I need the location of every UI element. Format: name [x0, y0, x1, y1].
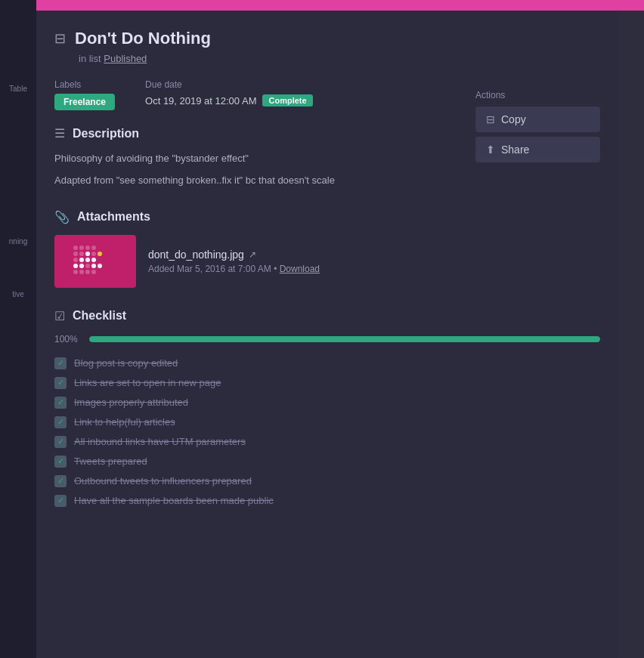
svg-point-5: [73, 252, 78, 256]
svg-point-4: [91, 246, 96, 250]
checklist-icon: ☑: [54, 309, 65, 323]
freelance-badge[interactable]: Freelance: [54, 94, 115, 110]
svg-point-29: [98, 252, 102, 256]
description-line-2: Adapted from "see something broken..fix …: [54, 173, 449, 189]
svg-point-6: [79, 252, 84, 256]
copy-button[interactable]: ⊟ Copy: [475, 107, 600, 132]
checklist-checkbox[interactable]: ✓: [54, 436, 67, 448]
paperclip-icon: 📎: [54, 210, 70, 224]
thumb-pattern: [54, 235, 136, 288]
attachment-added: Added Mar 5, 2016 at 7:00 AM: [148, 264, 271, 274]
checklist-item-text: Tweets prepared: [74, 456, 147, 467]
modal: ⊟ Don't Do Nothing in list Published Lab…: [36, 11, 618, 658]
attachment-meta: Added Mar 5, 2016 at 7:00 AM • Download: [148, 264, 600, 274]
checklist-item[interactable]: ✓Link to help(ful) articles: [54, 412, 600, 432]
svg-point-9: [73, 258, 78, 262]
svg-point-22: [79, 258, 84, 262]
svg-point-3: [85, 246, 90, 250]
due-date-label: Due date: [145, 79, 313, 90]
checklist-item-text: All inbound links have UTM parameters: [74, 436, 246, 447]
checklist-checkbox[interactable]: ✓: [54, 377, 67, 389]
attachments-header: 📎 Attachments: [54, 210, 600, 224]
checklist-checkbox[interactable]: ✓: [54, 357, 67, 369]
checklist-section: ☑ Checklist 100% ✓Blog post is copy edit…: [54, 309, 600, 511]
svg-point-17: [73, 270, 78, 274]
checklist-item[interactable]: ✓Tweets prepared: [54, 452, 600, 471]
checklist-item-text: Outbound tweets to influencers prepared: [74, 475, 252, 487]
actions-label: Actions: [475, 90, 600, 100]
due-date-row: Oct 19, 2019 at 12:00 AM Complete: [145, 94, 313, 107]
share-label: Share: [501, 144, 529, 156]
attachment-card: dont_do_nothing.jpg ↗ Added Mar 5, 2016 …: [54, 235, 600, 288]
checklist-item-text: Link to help(ful) articles: [74, 416, 175, 428]
description-title: Description: [73, 127, 139, 141]
labels-col: Labels Freelance: [54, 79, 115, 108]
copy-icon: ⊟: [486, 113, 495, 125]
actions-panel: Actions ⊟ Copy ⬆ Share: [475, 90, 600, 167]
description-line-1: Philosophy of avoiding the "bystander ef…: [54, 151, 449, 167]
checklist-item-text: Links are set to open in new page: [74, 377, 221, 388]
svg-point-27: [91, 264, 96, 268]
svg-point-20: [91, 270, 96, 274]
checklist-header: ☑ Checklist: [54, 309, 600, 323]
checklist-progress-row: 100%: [54, 334, 600, 344]
sidebar-item-table[interactable]: Table: [0, 82, 36, 96]
sidebar-item-tive[interactable]: tive: [0, 287, 36, 301]
in-list-row: in list Published: [79, 53, 600, 64]
checklist-item-text: Have all the sample boards been made pub…: [74, 495, 274, 506]
complete-badge: Complete: [262, 94, 312, 107]
check-mark-icon: ✓: [57, 397, 64, 407]
checklist-item[interactable]: ✓All inbound links have UTM parameters: [54, 432, 600, 452]
checklist-item[interactable]: ✓Blog post is copy edited: [54, 354, 600, 373]
check-mark-icon: ✓: [57, 358, 64, 368]
checklist-item[interactable]: ✓Outbound tweets to influencers prepared: [54, 471, 600, 491]
modal-title: Don't Do Nothing: [75, 29, 211, 48]
svg-point-26: [79, 264, 84, 268]
progress-bar-fill: [89, 336, 600, 342]
svg-point-25: [73, 264, 78, 268]
svg-point-24: [91, 258, 96, 262]
svg-point-28: [98, 264, 102, 268]
checklist-item[interactable]: ✓Images properly attributed: [54, 393, 600, 412]
checklist-checkbox[interactable]: ✓: [54, 397, 67, 409]
svg-point-23: [85, 258, 90, 262]
top-bar: [0, 0, 644, 11]
checklist-item-text: Blog post is copy edited: [74, 357, 178, 369]
checklist-item[interactable]: ✓Links are set to open in new page: [54, 373, 600, 393]
checklist-checkbox[interactable]: ✓: [54, 456, 67, 468]
list-link[interactable]: Published: [104, 53, 147, 64]
monitor-icon: ⊟: [54, 30, 66, 47]
checklist-items: ✓Blog post is copy edited✓Links are set …: [54, 354, 600, 511]
svg-point-18: [79, 270, 84, 274]
sidebar-item-planning[interactable]: nning: [0, 234, 36, 249]
description-header: ☰ Description: [54, 126, 449, 141]
svg-point-15: [85, 264, 90, 268]
attachment-thumbnail[interactable]: [54, 235, 136, 288]
download-link[interactable]: Download: [280, 264, 320, 274]
svg-point-8: [91, 252, 96, 256]
left-sidebar: Table nning tive: [0, 0, 36, 658]
external-link-icon[interactable]: ↗: [249, 249, 256, 260]
share-icon: ⬆: [486, 144, 495, 156]
description-icon: ☰: [54, 126, 65, 141]
checklist-item[interactable]: ✓Have all the sample boards been made pu…: [54, 491, 600, 511]
labels-label: Labels: [54, 79, 115, 90]
svg-point-1: [73, 246, 78, 250]
copy-label: Copy: [501, 113, 526, 125]
progress-bar-bg: [89, 336, 600, 342]
in-list-text: in list: [79, 53, 101, 64]
checklist-checkbox[interactable]: ✓: [54, 475, 67, 487]
checklist-checkbox[interactable]: ✓: [54, 495, 67, 507]
check-mark-icon: ✓: [57, 437, 64, 446]
check-mark-icon: ✓: [57, 378, 64, 388]
due-date-value: Oct 19, 2019 at 12:00 AM: [145, 95, 256, 107]
attachment-info: dont_do_nothing.jpg ↗ Added Mar 5, 2016 …: [148, 249, 600, 274]
share-button[interactable]: ⬆ Share: [475, 137, 600, 162]
check-mark-icon: ✓: [57, 456, 64, 466]
check-mark-icon: ✓: [57, 496, 64, 505]
check-mark-icon: ✓: [57, 476, 64, 486]
checklist-item-text: Images properly attributed: [74, 397, 188, 408]
attachments-title: Attachments: [77, 210, 150, 224]
checklist-checkbox[interactable]: ✓: [54, 416, 67, 428]
attachment-name-row: dont_do_nothing.jpg ↗: [148, 249, 600, 261]
